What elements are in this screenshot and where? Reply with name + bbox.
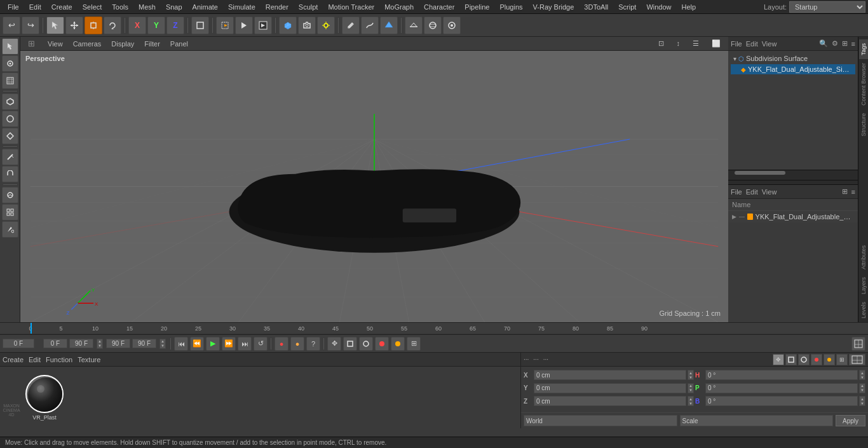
light-button[interactable] <box>317 17 335 34</box>
coord-scale-btn[interactable] <box>785 354 797 365</box>
mat-create[interactable]: Create <box>3 356 24 363</box>
left-btn-live[interactable] <box>2 55 18 72</box>
coord-world-dropdown[interactable]: World <box>524 415 677 426</box>
first-frame-btn[interactable]: ⏮ <box>174 337 188 351</box>
viewport-panel-menu[interactable]: Panel <box>165 40 193 48</box>
z-axis-button[interactable]: Z <box>166 17 184 34</box>
layout-select[interactable]: Startup <box>789 1 865 13</box>
coord-b-val[interactable] <box>705 396 858 406</box>
mat-texture[interactable]: Texture <box>78 356 100 363</box>
side-tab-tags[interactable]: Tags <box>859 39 868 59</box>
viewport-view-menu[interactable]: View <box>43 40 68 48</box>
menu-mesh[interactable]: Mesh <box>133 2 161 12</box>
auto-record-btn[interactable]: ● <box>290 337 304 351</box>
coord-anim-btn[interactable] <box>824 354 835 365</box>
coord-p-spinner[interactable]: ▲▼ <box>859 383 865 393</box>
rotate-button[interactable] <box>104 17 121 34</box>
menu-render[interactable]: Render <box>261 2 294 12</box>
viewport-icon-4[interactable]: ⬜ <box>707 39 726 48</box>
menu-script[interactable]: Script <box>613 2 641 12</box>
sky-button[interactable] <box>424 17 442 34</box>
attr-object-row[interactable]: ▶ — YKK_Flat_Dual_Adjustable_Side_Re <box>728 211 858 222</box>
viewport-display-menu[interactable]: Display <box>106 40 139 48</box>
cycle-btn[interactable]: ↺ <box>254 337 268 351</box>
material-ball-container[interactable]: VR_Plast <box>25 375 64 421</box>
side-tab-layers[interactable]: Layers <box>859 273 868 298</box>
menu-pipeline[interactable]: Pipeline <box>459 2 494 12</box>
viewport-icon-2[interactable]: ↕ <box>672 39 686 48</box>
scene-vscroll-bottom[interactable] <box>728 175 858 180</box>
left-btn-knife[interactable] <box>2 149 18 165</box>
left-btn-poly[interactable] <box>2 93 18 110</box>
apply-button[interactable]: Apply <box>836 415 865 426</box>
coord-keyframe-btn[interactable] <box>849 354 865 365</box>
end-frame-field[interactable] <box>69 339 93 348</box>
render-vp-button[interactable] <box>254 17 272 34</box>
menu-plugins[interactable]: Plugins <box>494 2 527 12</box>
left-btn-sculpt[interactable] <box>2 187 18 203</box>
current-frame-field[interactable] <box>3 339 34 348</box>
left-btn-grid[interactable] <box>2 204 18 221</box>
coord-p-val[interactable] <box>705 383 858 393</box>
scale-key-btn[interactable] <box>343 337 357 351</box>
scene-file[interactable]: File <box>731 40 742 48</box>
attr-file[interactable]: File <box>731 188 742 196</box>
menu-3dtoall[interactable]: 3DToAll <box>579 2 613 12</box>
start-frame-field[interactable] <box>43 339 67 348</box>
select-button[interactable] <box>46 17 64 34</box>
menu-animate[interactable]: Animate <box>187 2 223 12</box>
coord-y-pos[interactable] <box>534 383 686 393</box>
menu-mograph[interactable]: MoGraph <box>379 2 419 12</box>
menu-help[interactable]: Help <box>677 2 702 12</box>
menu-select[interactable]: Select <box>78 2 107 12</box>
preview-end-field[interactable] <box>132 339 156 348</box>
menu-sculpt[interactable]: Sculpt <box>294 2 323 12</box>
keyframe-btn[interactable] <box>851 337 865 351</box>
rotate-key-btn[interactable] <box>359 337 373 351</box>
viewport-filter-menu[interactable]: Filter <box>139 40 165 48</box>
menu-motion-tracker[interactable]: Motion Tracker <box>323 2 379 12</box>
scene-hscroll[interactable] <box>728 170 858 175</box>
attr-expand-icon[interactable]: ⊞ <box>842 187 848 196</box>
side-tab-structure[interactable]: Structure <box>859 109 868 140</box>
coord-scale-dropdown[interactable]: Scale <box>680 415 834 426</box>
help-transport-btn[interactable]: ? <box>306 337 320 351</box>
coord-rotate-btn[interactable] <box>798 354 810 365</box>
menu-tools[interactable]: Tools <box>107 2 133 12</box>
render-button[interactable] <box>235 17 253 34</box>
camera-button[interactable] <box>298 17 316 34</box>
left-btn-paint[interactable] <box>2 221 18 238</box>
object-button[interactable] <box>191 17 209 34</box>
menu-simulate[interactable]: Simulate <box>223 2 261 12</box>
menu-snap[interactable]: Snap <box>161 2 187 12</box>
menu-edit[interactable]: Edit <box>24 2 46 12</box>
menu-window[interactable]: Window <box>641 2 676 12</box>
attr-more-icon[interactable]: ≡ <box>851 188 855 196</box>
tree-subdivision-row[interactable]: ▾ ⬡ Subdivision Surface <box>731 53 855 64</box>
record-dot-btn[interactable] <box>375 337 389 351</box>
left-btn-magnet[interactable] <box>2 166 18 182</box>
viewport[interactable]: Y X Z Perspective Grid Spacing : 1 cm <box>20 51 728 322</box>
attr-edit[interactable]: Edit <box>746 188 758 196</box>
floor-button[interactable] <box>405 17 423 34</box>
coord-h-spinner[interactable]: ▲▼ <box>859 370 865 380</box>
viewport-icon-3[interactable]: ☰ <box>688 39 704 48</box>
coord-x-pos[interactable] <box>534 370 686 380</box>
x-axis-button[interactable]: X <box>128 17 146 34</box>
last-frame-btn[interactable]: ⏭ <box>238 337 252 351</box>
menu-vray[interactable]: V-Ray Bridge <box>528 2 580 12</box>
mat-function[interactable]: Function <box>46 356 72 363</box>
pen-button[interactable] <box>342 17 360 34</box>
coord-z-pos-spinner[interactable]: ▲▼ <box>688 396 694 406</box>
cube-button[interactable] <box>279 17 297 34</box>
material-ball[interactable] <box>25 375 64 413</box>
left-btn-diamond[interactable] <box>2 128 18 144</box>
play-forward-btn[interactable]: ▶ <box>206 337 220 351</box>
redo-button[interactable]: ↪ <box>22 17 39 34</box>
mat-edit[interactable]: Edit <box>29 356 41 363</box>
side-tab-content[interactable]: Content Browser <box>859 59 868 109</box>
coord-record-btn[interactable] <box>811 354 822 365</box>
menu-character[interactable]: Character <box>419 2 459 12</box>
next-frame-btn[interactable]: ⏩ <box>222 337 236 351</box>
side-tab-attributes[interactable]: Attributes <box>859 241 868 273</box>
